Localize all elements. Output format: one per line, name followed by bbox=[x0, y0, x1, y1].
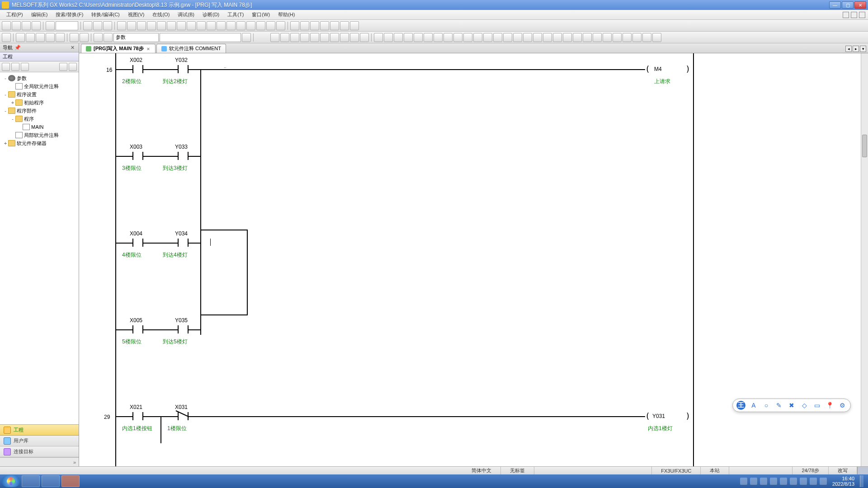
tb-button[interactable] bbox=[56, 33, 65, 42]
menu-view[interactable]: 视图(V) bbox=[124, 10, 148, 19]
side-tab-connection[interactable]: 连接目标 bbox=[0, 446, 79, 457]
nav-tool-button[interactable] bbox=[2, 63, 10, 71]
menu-edit[interactable]: 编辑(E) bbox=[28, 10, 52, 19]
palette-text-button[interactable]: A bbox=[749, 401, 758, 410]
tree-node[interactable]: 局部软元件注释 bbox=[1, 131, 78, 139]
maximize-button[interactable]: ▢ bbox=[842, 1, 854, 9]
tree-node[interactable]: -程序 bbox=[1, 115, 78, 123]
minimize-button[interactable]: — bbox=[829, 1, 841, 9]
ladder-tool-button[interactable] bbox=[642, 33, 651, 42]
side-tab-userlib[interactable]: 用户库 bbox=[0, 436, 79, 446]
tb-button[interactable] bbox=[16, 33, 25, 42]
print-button[interactable] bbox=[32, 21, 41, 30]
menu-window[interactable]: 窗口(W) bbox=[248, 10, 274, 19]
tb-button[interactable] bbox=[137, 21, 146, 30]
palette-main-button[interactable]: 王 bbox=[736, 401, 745, 410]
palette-pin-button[interactable]: 📍 bbox=[825, 401, 834, 410]
tb-button[interactable] bbox=[217, 21, 226, 30]
palette-circle-button[interactable]: ○ bbox=[762, 401, 771, 410]
ladder-tool-button[interactable] bbox=[523, 33, 532, 42]
scrollbar-thumb[interactable] bbox=[862, 135, 867, 157]
ladder-tool-button[interactable] bbox=[453, 33, 462, 42]
contact-no[interactable] bbox=[170, 324, 197, 334]
palette-erase-button[interactable]: ✖ bbox=[787, 401, 796, 410]
ladder-tool-button[interactable] bbox=[483, 33, 492, 42]
tray-volume-icon[interactable] bbox=[820, 478, 827, 485]
ladder-line-button[interactable] bbox=[360, 33, 369, 42]
ladder-tool-button[interactable] bbox=[543, 33, 552, 42]
ladder-tool-button[interactable] bbox=[424, 33, 433, 42]
tb-button[interactable] bbox=[320, 21, 329, 30]
vertical-scrollbar[interactable] bbox=[861, 53, 868, 466]
menu-debug[interactable]: 调试(B) bbox=[174, 10, 198, 19]
paste-button[interactable] bbox=[103, 21, 112, 30]
tab-close-button[interactable]: × bbox=[146, 46, 151, 52]
ladder-tool-button[interactable] bbox=[632, 33, 642, 42]
tray-icon[interactable] bbox=[760, 478, 767, 485]
ladder-tool-button[interactable] bbox=[414, 33, 423, 42]
ladder-tool-button[interactable] bbox=[583, 33, 592, 42]
tray-icon[interactable] bbox=[800, 478, 807, 485]
menu-diagnostic[interactable]: 诊断(D) bbox=[199, 10, 223, 19]
ladder-tool-button[interactable] bbox=[503, 33, 512, 42]
ladder-tool-button[interactable] bbox=[443, 33, 453, 42]
ladder-tool-button[interactable] bbox=[374, 33, 383, 42]
ladder-editor[interactable]: 16 X002 Y032 2楼限位 到达2楼灯 :: ( ) M4 上请求 X0… bbox=[79, 53, 868, 466]
menu-search[interactable]: 搜索/替换(F) bbox=[52, 10, 87, 19]
ladder-contact-button[interactable] bbox=[300, 33, 309, 42]
tray-icon[interactable] bbox=[790, 478, 797, 485]
ladder-tool-button[interactable] bbox=[613, 33, 622, 42]
save-button[interactable] bbox=[22, 21, 31, 30]
tb-button[interactable] bbox=[300, 21, 309, 30]
tb-button[interactable] bbox=[127, 21, 136, 30]
ladder-tool-button[interactable] bbox=[573, 33, 582, 42]
tray-network-icon[interactable] bbox=[810, 478, 817, 485]
palette-pen-button[interactable]: ✎ bbox=[774, 401, 783, 410]
cut-button[interactable] bbox=[83, 21, 92, 30]
menu-online[interactable]: 在线(O) bbox=[149, 10, 173, 19]
ladder-tool-button[interactable] bbox=[553, 33, 562, 42]
copy-button[interactable] bbox=[93, 21, 102, 30]
undo-button[interactable] bbox=[46, 21, 55, 30]
mdi-minimize-button[interactable] bbox=[843, 12, 849, 18]
nav-tool-button[interactable] bbox=[11, 63, 19, 71]
ladder-contact-button[interactable] bbox=[320, 33, 329, 42]
annotation-palette[interactable]: 王 A ○ ✎ ✖ ◇ ▭ 📍 ⚙ bbox=[732, 399, 851, 412]
open-button[interactable] bbox=[12, 21, 21, 30]
tb-button[interactable] bbox=[236, 21, 245, 30]
ladder-tool-button[interactable] bbox=[513, 33, 522, 42]
tray-clock[interactable]: 16:40 2022/8/13 bbox=[830, 476, 857, 487]
tree-node[interactable]: -参数 bbox=[1, 74, 78, 82]
search-dropdown[interactable] bbox=[160, 33, 241, 42]
mdi-restore-button[interactable] bbox=[851, 12, 857, 18]
zoom-dropdown[interactable] bbox=[56, 21, 78, 30]
tb-button[interactable] bbox=[26, 33, 35, 42]
start-button[interactable] bbox=[2, 475, 20, 487]
ladder-contact-button[interactable] bbox=[270, 33, 279, 42]
find-button[interactable] bbox=[242, 33, 251, 42]
tb-button[interactable] bbox=[187, 21, 196, 30]
coil-output[interactable]: ( ) bbox=[645, 64, 690, 74]
tb-button[interactable] bbox=[246, 21, 255, 30]
panel-close-button[interactable]: ✕ bbox=[69, 45, 76, 51]
tb-button[interactable] bbox=[350, 21, 359, 30]
tb-button[interactable] bbox=[167, 21, 176, 30]
contact-no[interactable] bbox=[124, 151, 151, 161]
tb-button[interactable] bbox=[266, 21, 275, 30]
ladder-tool-button[interactable] bbox=[603, 33, 612, 42]
contact-no[interactable] bbox=[170, 151, 197, 161]
palette-settings-button[interactable]: ⚙ bbox=[838, 401, 847, 410]
contact-no[interactable] bbox=[170, 64, 197, 74]
tb-button[interactable] bbox=[340, 21, 349, 30]
tb-button[interactable] bbox=[147, 21, 156, 30]
tb-button[interactable] bbox=[70, 33, 79, 42]
ladder-tool-button[interactable] bbox=[434, 33, 443, 42]
contact-no[interactable] bbox=[124, 64, 151, 74]
palette-shape-button[interactable]: ◇ bbox=[800, 401, 809, 410]
tree-node[interactable]: +初始程序 bbox=[1, 99, 78, 107]
contact-no[interactable] bbox=[124, 411, 151, 421]
tray-icon[interactable] bbox=[770, 478, 777, 485]
tab-prev-button[interactable]: ◂ bbox=[845, 46, 852, 52]
ladder-tool-button[interactable] bbox=[533, 33, 542, 42]
ladder-tool-button[interactable] bbox=[493, 33, 502, 42]
